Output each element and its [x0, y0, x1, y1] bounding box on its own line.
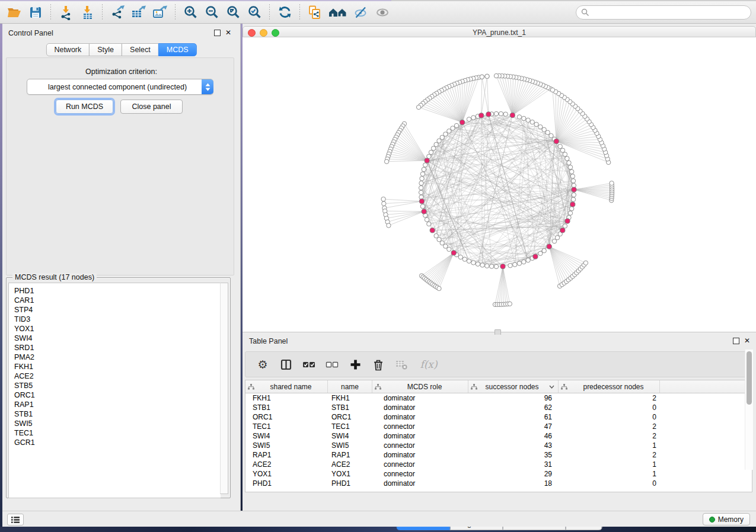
mcds-result-item[interactable]: TEC1	[9, 428, 221, 438]
cell: YOX1	[328, 470, 372, 478]
memory-button[interactable]: Memory	[703, 513, 750, 525]
duplicate-network-icon	[307, 5, 323, 20]
column-header-successor-nodes[interactable]: successor nodes	[468, 380, 559, 393]
cell: FKH1	[328, 394, 372, 402]
column-type-icon	[375, 384, 381, 390]
mcds-result-item[interactable]: PMA2	[9, 352, 221, 362]
cell: 31	[468, 460, 559, 469]
import-table-button[interactable]	[77, 4, 97, 21]
select-all-button[interactable]	[300, 355, 318, 374]
run-mcds-button[interactable]: Run MCDS	[56, 100, 113, 114]
gear-icon: ⚙	[257, 359, 267, 370]
show-task-history-button[interactable]	[7, 514, 24, 525]
mcds-result-item[interactable]: ACE2	[9, 371, 221, 381]
mcds-result-item[interactable]: STP4	[9, 305, 221, 315]
table-row[interactable]: FKH1FKH1dominator962	[245, 393, 752, 403]
delete-column-button[interactable]	[369, 355, 387, 374]
table-row[interactable]: SWI4SWI4dominator462	[245, 431, 752, 441]
mcds-result-item[interactable]: SRD1	[9, 343, 221, 352]
table-row[interactable]: ACE2ACE2connector311	[245, 460, 752, 469]
zoom-out-button[interactable]	[202, 4, 222, 21]
mcds-result-list[interactable]: PHD1CAR1STP4TID3YOX1SWI4SRD1PMA2FKH1ACE2…	[8, 283, 221, 498]
table-scrollbar[interactable]	[745, 350, 753, 470]
tab-mcds[interactable]: MCDS	[158, 43, 197, 56]
table-panel-float-icon[interactable]	[733, 338, 739, 344]
function-builder-button[interactable]: f(x)	[416, 355, 442, 374]
cell: 61	[468, 413, 559, 421]
close-panel-button[interactable]: Close panel	[120, 100, 183, 114]
table-row[interactable]: RAP1RAP1dominator352	[245, 450, 752, 460]
export-network-icon	[110, 5, 126, 20]
column-header-MCDS-role[interactable]: MCDS role	[372, 380, 468, 393]
tab-style[interactable]: Style	[89, 43, 122, 56]
zoom-selected-icon	[247, 5, 262, 20]
optimization-criterion-select[interactable]: largest connected component (undirected)	[27, 79, 213, 95]
refresh-view-button[interactable]	[275, 4, 295, 21]
add-column-button[interactable]	[346, 355, 364, 374]
tab-network[interactable]: Network	[46, 43, 90, 56]
column-header-shared-name[interactable]: shared name	[245, 380, 328, 393]
table-panel-close-icon[interactable]: ✕	[744, 337, 750, 344]
first-neighbors-button[interactable]	[326, 4, 350, 21]
mcds-result-item[interactable]: STB1	[9, 409, 221, 419]
table-scrollbar-thumb[interactable]	[747, 351, 752, 405]
column-type-icon	[248, 384, 254, 390]
export-network-button[interactable]	[107, 4, 127, 21]
search-field-wrap	[576, 5, 751, 20]
zoom-selected-button[interactable]	[244, 4, 264, 21]
hide-selected-button[interactable]	[351, 4, 371, 21]
zoom-fit-icon	[226, 5, 241, 20]
column-header-predecessor-nodes[interactable]: predecessor nodes	[559, 380, 660, 393]
zoom-in-button[interactable]	[180, 4, 200, 21]
show-all-button[interactable]	[372, 4, 393, 21]
mcds-result-item[interactable]: SWI4	[9, 334, 221, 343]
save-session-button[interactable]	[25, 4, 46, 21]
table-row[interactable]: TEC1TEC1connector472	[245, 422, 752, 431]
mcds-result-item[interactable]: ORC1	[9, 390, 221, 400]
cell: 0	[559, 413, 660, 421]
mcds-result-item[interactable]: RAP1	[9, 400, 221, 409]
control-panel-float-icon[interactable]	[214, 30, 221, 36]
mcds-result-item[interactable]: YOX1	[9, 324, 221, 334]
open-session-button[interactable]	[4, 4, 24, 21]
refresh-icon	[277, 5, 292, 20]
tab-select[interactable]: Select	[122, 43, 159, 56]
delete-table-button[interactable]	[393, 355, 410, 374]
unselect-all-button[interactable]	[323, 355, 341, 374]
mcds-result-scrollbar[interactable]	[220, 283, 228, 494]
mcds-result-item[interactable]: PHD1	[9, 286, 221, 296]
export-table-button[interactable]	[129, 4, 149, 21]
export-image-button[interactable]	[150, 4, 170, 21]
application-window: Control Panel ✕ NetworkStyleSelectMCDS O…	[0, 0, 756, 532]
toolbar-separator	[175, 4, 176, 21]
duplicate-network-button[interactable]	[305, 4, 325, 21]
control-panel-close-icon[interactable]: ✕	[225, 29, 231, 36]
table-row[interactable]: YOX1YOX1connector291	[245, 469, 752, 479]
network-window-titlebar[interactable]: YPA_prune.txt_1	[243, 26, 756, 37]
network-svg[interactable]	[243, 37, 756, 332]
table-row[interactable]: STB1STB1dominator620	[245, 403, 752, 412]
mcds-result-item[interactable]: CAR1	[9, 296, 221, 305]
network-canvas[interactable]	[243, 37, 756, 332]
zoom-fit-button[interactable]	[223, 4, 243, 21]
show-columns-button[interactable]	[277, 355, 295, 374]
mcds-result-item[interactable]: FKH1	[9, 362, 221, 371]
network-and-table-region: YPA_prune.txt_1 Table Panel ✕ ⚙ f(x)	[243, 24, 756, 511]
table-settings-button[interactable]: ⚙	[254, 355, 272, 374]
table-row[interactable]: PHD1PHD1dominator180	[245, 479, 752, 488]
column-header-name[interactable]: name	[328, 380, 372, 393]
columns-icon	[280, 358, 292, 371]
cell: 1	[559, 441, 660, 450]
checked-boxes-icon	[302, 360, 315, 369]
mcds-result-item[interactable]: TID3	[9, 315, 221, 324]
import-network-button[interactable]	[56, 4, 76, 21]
mcds-result-item[interactable]: GCR1	[9, 438, 221, 447]
export-table-icon	[130, 5, 147, 20]
wallpaper-bottom-strip	[0, 527, 756, 532]
table-row[interactable]: SWI5SWI5connector431	[245, 441, 752, 450]
mcds-result-item[interactable]: STB5	[9, 381, 221, 390]
search-input[interactable]	[576, 5, 751, 20]
memory-status-dot-icon	[709, 517, 715, 523]
mcds-result-item[interactable]: SWI5	[9, 419, 221, 428]
table-row[interactable]: ORC1ORC1dominator610	[245, 412, 752, 422]
